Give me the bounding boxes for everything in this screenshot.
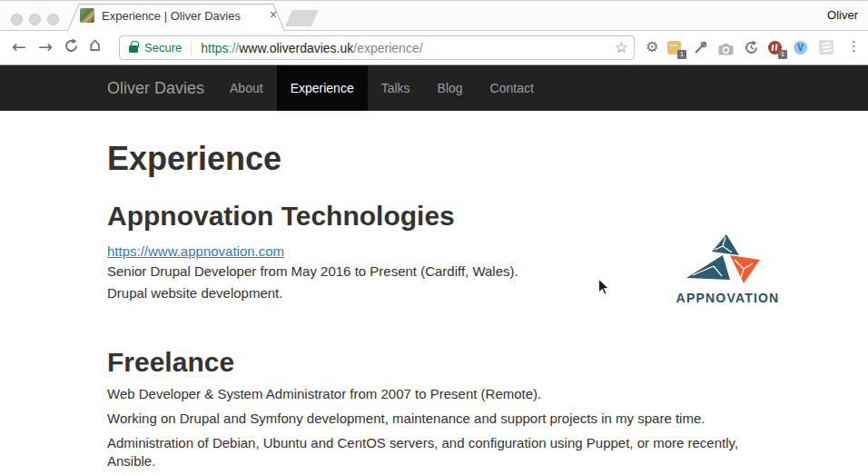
- nav-link-talks[interactable]: Talks: [368, 65, 424, 111]
- navbar-brand[interactable]: Oliver Davies: [107, 65, 204, 111]
- site-favicon: [80, 8, 94, 23]
- url-scheme: https: [201, 41, 228, 55]
- tab-strip: Experience | Oliver Davies × Oliver: [0, 1, 868, 31]
- appnovation-description: Drupal website development.: [107, 284, 761, 302]
- tasks-extension-icon[interactable]: [819, 40, 834, 55]
- content-container: Experience Appnovation Technologies http…: [94, 141, 774, 470]
- section-freelance: Freelance Web Developer & System Adminis…: [107, 347, 761, 470]
- url-path: /experience/: [353, 41, 422, 55]
- page-title: Experience: [107, 141, 761, 176]
- omnibox-divider: [191, 41, 192, 55]
- tab-title: Experience | Oliver Davies: [102, 9, 265, 23]
- eyedropper-extension-icon[interactable]: [693, 40, 708, 55]
- home-icon[interactable]: ⌂: [89, 32, 101, 57]
- notes-extension-badge: 1: [677, 50, 686, 59]
- back-icon[interactable]: ←: [12, 34, 26, 59]
- chrome-profile-name: Oliver: [827, 8, 858, 22]
- nav-link-about[interactable]: About: [216, 65, 277, 111]
- url-host: www.oliverdavies.uk: [239, 41, 353, 55]
- browser-toolbar: ← → ⌂ Secure https://www.oliverdavies.uk…: [0, 31, 868, 65]
- nav-item-talks[interactable]: Talks: [368, 65, 424, 111]
- appnovation-link[interactable]: https://www.appnovation.com: [107, 243, 284, 259]
- address-bar[interactable]: Secure https://www.oliverdavies.uk/exper…: [119, 35, 635, 60]
- gear-icon[interactable]: ⚙: [646, 39, 661, 54]
- nav-link-contact[interactable]: Contact: [477, 65, 547, 111]
- tab-close-icon[interactable]: ×: [270, 7, 277, 22]
- forward-icon[interactable]: →: [38, 34, 53, 59]
- vimium-extension-icon[interactable]: V: [794, 40, 809, 55]
- freelance-role-text: Web Developer & System Administrator fro…: [107, 385, 761, 403]
- browser-window: Experience | Oliver Davies × Oliver ← → …: [0, 0, 868, 475]
- appnovation-logo-text: APPNOVATION: [675, 291, 781, 305]
- camera-extension-icon[interactable]: [718, 42, 734, 57]
- nav-item-contact[interactable]: Contact: [477, 65, 547, 111]
- blocker-extension-icon[interactable]: 1: [768, 40, 784, 55]
- secure-label[interactable]: Secure: [144, 41, 182, 54]
- mouse-cursor: [597, 278, 610, 297]
- url-text: https://www.oliverdavies.uk/experience/: [201, 41, 422, 55]
- appnovation-logo: APPNOVATION: [675, 232, 781, 305]
- nav-item-blog[interactable]: Blog: [424, 65, 477, 111]
- nav-item-about[interactable]: About: [216, 65, 277, 111]
- browser-menu-icon[interactable]: ⋮: [847, 38, 861, 54]
- section-heading-freelance: Freelance: [107, 347, 761, 377]
- vimium-extension-tile: V: [794, 41, 807, 54]
- secure-lock-icon: [129, 45, 138, 53]
- history-sync-extension-icon[interactable]: [744, 40, 759, 55]
- url-separator: ://: [229, 41, 240, 55]
- nav-link-experience[interactable]: Experience: [277, 65, 368, 111]
- tasks-extension-tile: [819, 40, 833, 54]
- blocker-extension-badge: 1: [778, 50, 787, 59]
- freelance-description-1: Working on Drupal and Symfony developmen…: [107, 410, 761, 428]
- nav-link-blog[interactable]: Blog: [424, 65, 477, 111]
- page-content: Experience Appnovation Technologies http…: [0, 111, 868, 475]
- appnovation-logo-mark: [675, 232, 781, 284]
- nav-item-experience[interactable]: Experience: [277, 65, 368, 111]
- site-navbar: Oliver Davies About Experience Talks Blo…: [0, 65, 868, 111]
- reload-icon[interactable]: [64, 38, 79, 54]
- freelance-description-2: Administration of Debian, Ubuntu and Cen…: [107, 434, 761, 470]
- notes-extension-icon[interactable]: 1: [667, 40, 683, 55]
- bookmark-star-icon[interactable]: ☆: [615, 38, 628, 56]
- appnovation-role-text: Senior Drupal Developer from May 2016 to…: [107, 262, 761, 281]
- section-heading-appnovation: Appnovation Technologies: [107, 201, 761, 231]
- section-appnovation: Appnovation Technologies https://www.app…: [107, 201, 761, 302]
- navbar-container: Oliver Davies About Experience Talks Blo…: [94, 65, 774, 111]
- navbar-links: About Experience Talks Blog Contact: [216, 65, 547, 111]
